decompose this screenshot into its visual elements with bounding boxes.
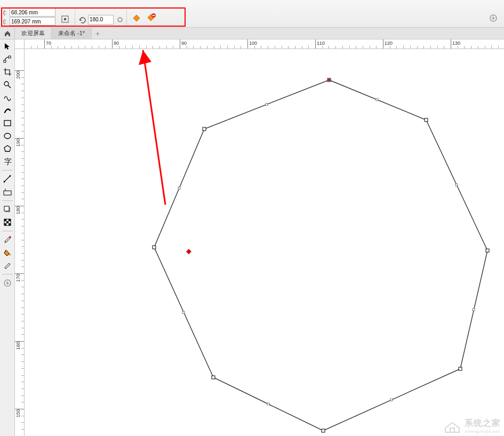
- svg-rect-37: [266, 103, 268, 106]
- svg-rect-22: [9, 219, 11, 221]
- svg-rect-31: [455, 184, 458, 186]
- rectangle-tool[interactable]: [2, 117, 13, 129]
- ruler-vertical[interactable]: 200190180170160150140: [15, 49, 25, 436]
- text-tool[interactable]: 字: [2, 156, 13, 167]
- svg-rect-24: [4, 223, 6, 225]
- ellipse-tool[interactable]: [2, 130, 13, 142]
- add-tool-button[interactable]: [2, 277, 13, 289]
- octagon-shape[interactable]: [25, 49, 504, 436]
- rotation-deg-icon: [117, 17, 123, 23]
- ruler-origin[interactable]: [15, 39, 25, 49]
- svg-rect-6: [4, 60, 6, 62]
- freehand-icon: [3, 93, 12, 102]
- svg-rect-39: [425, 118, 428, 122]
- svg-rect-19: [4, 206, 9, 211]
- svg-line-13: [4, 176, 10, 182]
- tab-document[interactable]: 未命名 -1*: [52, 28, 92, 39]
- svg-rect-34: [267, 403, 269, 405]
- connector-tool[interactable]: [2, 186, 13, 198]
- rotation-input[interactable]: [88, 15, 114, 25]
- cursor-icon: [3, 42, 12, 51]
- svg-rect-1: [64, 18, 66, 20]
- toolbox-separator: [2, 274, 13, 274]
- artistic-icon: [3, 106, 12, 115]
- coords-group: (: (:: [2, 8, 55, 27]
- svg-rect-32: [473, 309, 475, 311]
- fill-tool[interactable]: [2, 247, 13, 259]
- anchor-icon: [61, 15, 69, 23]
- svg-point-26: [9, 236, 11, 238]
- plus-icon: +: [95, 29, 100, 38]
- canvas-area: 60708090100110120130 2001901801701601501…: [15, 39, 504, 436]
- rotation-group: [78, 12, 123, 27]
- x-coord-input[interactable]: [10, 8, 55, 17]
- svg-rect-44: [153, 246, 156, 249]
- y-label: (:: [3, 19, 9, 25]
- dimension-icon: [3, 175, 12, 183]
- svg-rect-35: [182, 311, 185, 313]
- svg-marker-29: [154, 80, 487, 431]
- svg-point-2: [118, 18, 122, 22]
- plus-circle-icon: [489, 14, 498, 22]
- eyedropper-tool[interactable]: [2, 234, 13, 246]
- svg-rect-23: [6, 221, 9, 223]
- toolbox-separator: [2, 170, 13, 171]
- home-icon: [4, 30, 11, 37]
- home-tab-button[interactable]: [0, 28, 15, 39]
- toolbox: 字: [0, 39, 15, 436]
- x-label: (:: [3, 10, 9, 15]
- svg-rect-30: [376, 99, 378, 101]
- drop-shadow-tool[interactable]: [2, 204, 13, 215]
- diamond-filled-icon: [132, 14, 141, 22]
- svg-rect-40: [486, 249, 489, 252]
- svg-rect-4: [153, 15, 155, 16]
- svg-line-9: [8, 85, 11, 88]
- workspace: 字 60708090100110120130 20019018017016015…: [0, 39, 504, 436]
- freehand-tool[interactable]: [2, 92, 13, 103]
- svg-rect-16: [4, 191, 11, 195]
- magnifier-icon: [3, 80, 12, 89]
- outline-tool[interactable]: [2, 260, 13, 271]
- shape-edit-icon: [3, 55, 12, 63]
- add-preset-button[interactable]: [487, 12, 500, 25]
- svg-rect-7: [9, 56, 11, 58]
- shape-tool[interactable]: [2, 53, 13, 65]
- polygon-icon: [3, 144, 12, 153]
- diamond-minus-icon: [147, 13, 156, 23]
- svg-rect-45: [203, 127, 206, 131]
- fillet-corner-button[interactable]: [130, 12, 143, 25]
- tab-welcome[interactable]: 欢迎屏幕: [15, 28, 52, 39]
- pen-outline-icon: [3, 261, 12, 270]
- crop-tool[interactable]: [2, 66, 13, 78]
- svg-point-27: [9, 254, 11, 256]
- svg-rect-33: [390, 399, 393, 401]
- add-tab-button[interactable]: +: [92, 28, 103, 39]
- artistic-media-tool[interactable]: [2, 104, 13, 116]
- svg-rect-36: [178, 187, 180, 189]
- svg-rect-42: [322, 429, 325, 432]
- crop-icon: [3, 68, 12, 76]
- svg-rect-41: [459, 367, 462, 370]
- eyedropper-icon: [3, 236, 12, 244]
- drawing-canvas[interactable]: [25, 49, 504, 436]
- y-coord-input[interactable]: [10, 17, 55, 26]
- svg-rect-43: [212, 376, 215, 379]
- ruler-horizontal[interactable]: 60708090100110120130: [25, 39, 504, 49]
- lock-ratio-button[interactable]: [59, 13, 71, 26]
- pick-tool[interactable]: [2, 41, 13, 52]
- svg-text:字: 字: [4, 158, 12, 166]
- transparency-tool[interactable]: [2, 216, 13, 228]
- polygon-tool[interactable]: [2, 143, 13, 155]
- dimension-tool[interactable]: [2, 173, 13, 185]
- bucket-icon: [3, 248, 12, 257]
- toolbox-separator: [2, 231, 13, 231]
- rectangle-icon: [3, 119, 12, 127]
- toolbox-separator: [2, 200, 13, 201]
- shadow-icon: [3, 205, 12, 214]
- plus-circle-icon: [3, 279, 12, 287]
- zoom-tool[interactable]: [2, 79, 13, 91]
- rotate-icon: [78, 15, 87, 24]
- svg-point-8: [4, 82, 9, 86]
- chamfer-corner-button[interactable]: [145, 12, 158, 25]
- ellipse-icon: [3, 132, 12, 140]
